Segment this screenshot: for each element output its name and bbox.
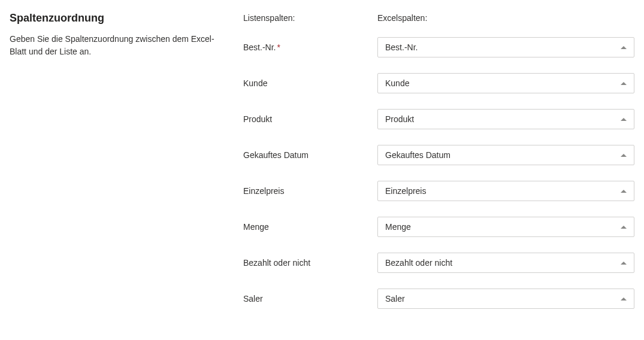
dropdown-value: Produkt: [385, 114, 616, 124]
field-label-text: Bezahlt oder nicht: [243, 258, 310, 268]
dropdown-value: Einzelpreis: [385, 186, 616, 196]
left-panel: Spaltenzuordnung Geben Sie die Spaltenzu…: [10, 12, 219, 324]
field-label-gekauftes-datum: Gekauftes Datum: [243, 145, 368, 165]
excel-columns-header: Excelspalten:: [377, 12, 634, 23]
required-asterisk: *: [277, 42, 280, 52]
field-label-bestnr: Best.-Nr.*: [243, 37, 368, 57]
field-label-text: Saler: [243, 294, 263, 303]
caret-up-icon: [621, 118, 627, 121]
field-label-text: Produkt: [243, 114, 272, 124]
dropdown-saler[interactable]: Saler: [377, 289, 634, 309]
list-columns-col: Listenspalten: Best.-Nr.* Kunde Produkt …: [243, 12, 368, 324]
field-label-bezahlt: Bezahlt oder nicht: [243, 253, 368, 273]
dropdown-bezahlt[interactable]: Bezahlt oder nicht: [377, 253, 634, 273]
dropdown-value: Saler: [385, 294, 616, 303]
field-label-produkt: Produkt: [243, 109, 368, 129]
caret-up-icon: [621, 154, 627, 157]
dropdown-value: Kunde: [385, 78, 616, 88]
dropdown-bestnr[interactable]: Best.-Nr.: [377, 37, 634, 57]
caret-up-icon: [621, 190, 627, 193]
dropdown-einzelpreis[interactable]: Einzelpreis: [377, 181, 634, 201]
field-label-saler: Saler: [243, 289, 368, 309]
right-panel: Listenspalten: Best.-Nr.* Kunde Produkt …: [243, 12, 634, 324]
dropdown-kunde[interactable]: Kunde: [377, 73, 634, 93]
caret-up-icon: [621, 298, 627, 300]
section-title: Spaltenzuordnung: [10, 12, 219, 25]
field-label-text: Menge: [243, 222, 269, 232]
field-label-menge: Menge: [243, 217, 368, 237]
dropdown-value: Best.-Nr.: [385, 42, 616, 52]
excel-columns-col: Excelspalten: Best.-Nr. Kunde Produkt Ge…: [377, 12, 634, 324]
field-label-text: Einzelpreis: [243, 186, 284, 196]
dropdown-value: Gekauftes Datum: [385, 150, 616, 160]
caret-up-icon: [621, 46, 627, 49]
field-label-text: Gekauftes Datum: [243, 150, 309, 160]
caret-up-icon: [621, 262, 627, 265]
caret-up-icon: [621, 82, 627, 85]
field-label-einzelpreis: Einzelpreis: [243, 181, 368, 201]
list-columns-header: Listenspalten:: [243, 12, 368, 23]
dropdown-menge[interactable]: Menge: [377, 217, 634, 237]
section-description: Geben Sie die Spaltenzuordnung zwischen …: [10, 33, 219, 58]
field-label-text: Best.-Nr.: [243, 42, 276, 52]
dropdown-value: Menge: [385, 222, 616, 232]
dropdown-value: Bezahlt oder nicht: [385, 258, 616, 268]
dropdown-gekauftes-datum[interactable]: Gekauftes Datum: [377, 145, 634, 165]
column-mapping-section: Spaltenzuordnung Geben Sie die Spaltenzu…: [10, 12, 634, 324]
dropdown-produkt[interactable]: Produkt: [377, 109, 634, 129]
field-label-text: Kunde: [243, 78, 267, 88]
field-label-kunde: Kunde: [243, 73, 368, 93]
caret-up-icon: [621, 226, 627, 229]
